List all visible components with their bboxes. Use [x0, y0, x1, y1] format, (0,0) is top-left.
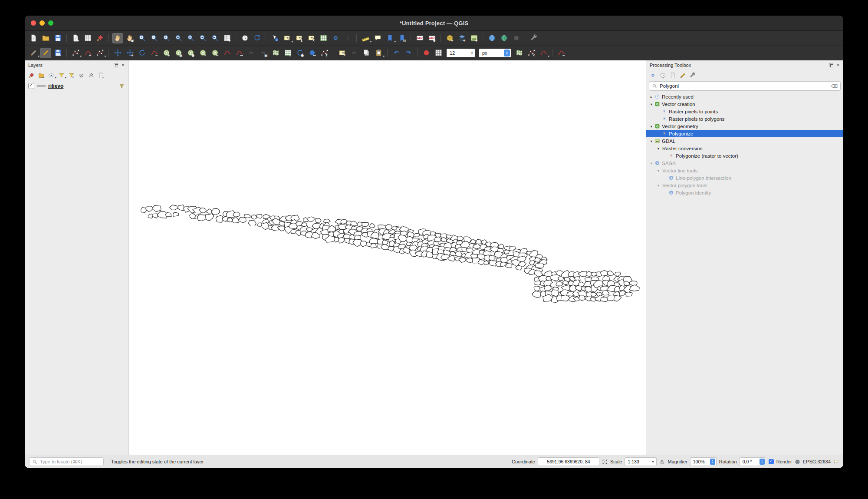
open-layer-styling-panel-button[interactable]: [27, 71, 36, 79]
processing-history-button[interactable]: [658, 71, 667, 79]
current-edits-button[interactable]: ▾: [28, 48, 39, 58]
zoom-last-button[interactable]: ◀: [197, 33, 208, 43]
layer-item-rilievo[interactable]: rilievo: [25, 82, 128, 90]
expander-icon[interactable]: ▾: [649, 161, 654, 165]
coordinate-input[interactable]: 5691,96 6369620, 84: [538, 457, 599, 466]
vertex-tool-button[interactable]: ▾: [94, 48, 105, 58]
expander-icon[interactable]: ▾: [649, 139, 654, 143]
style-manager-button[interactable]: [94, 33, 105, 43]
scale-combo[interactable]: 1:133 ▾: [625, 457, 657, 466]
paste-features-button[interactable]: ▾: [373, 48, 384, 58]
undo-button[interactable]: ↶: [391, 48, 402, 58]
tree-item-vector-creation[interactable]: ▾QVector creation: [646, 100, 843, 108]
tree-item-recently-used[interactable]: ▸Recently used: [646, 93, 843, 100]
delete-part-button[interactable]: −: [209, 48, 220, 58]
tree-item-vector-line-tools[interactable]: ▾Vector line tools: [646, 167, 843, 174]
measure-button[interactable]: ▾: [360, 33, 371, 43]
close-panel-icon[interactable]: ✕: [836, 63, 840, 67]
results-viewer-button[interactable]: [668, 71, 677, 79]
topological-editing-button[interactable]: [513, 48, 525, 58]
metasearch-button[interactable]: [486, 33, 497, 43]
tree-item-polygonize[interactable]: ✳Polygonize: [646, 130, 843, 137]
crs-label[interactable]: EPSG:32634: [803, 459, 831, 464]
stepper-icon[interactable]: ▲▼: [469, 49, 475, 57]
save-layer-edits-button[interactable]: ✎: [52, 48, 63, 58]
tree-item-vector-polygon-tools[interactable]: ▾Vector polygon tools: [646, 182, 843, 189]
zoom-out-button[interactable]: −: [148, 33, 160, 43]
merge-attributes-button[interactable]: ↓: [282, 48, 293, 58]
delete-ring-button[interactable]: ✕: [197, 48, 208, 58]
split-parts-button[interactable]: ✂▣: [258, 48, 269, 58]
expander-icon[interactable]: ▾: [656, 183, 661, 188]
chevron-down-icon[interactable]: ▾: [652, 460, 654, 464]
pan-to-selection-button[interactable]: ▣: [124, 33, 135, 43]
expander-icon[interactable]: ▾: [649, 102, 654, 106]
expand-all-button[interactable]: [77, 71, 85, 79]
expander-icon[interactable]: ▾: [656, 169, 661, 173]
snapping-on-intersection-button[interactable]: ✕: [526, 48, 537, 58]
digitize-with-segment-button[interactable]: ▾: [70, 48, 81, 58]
deselect-features-button[interactable]: ✕: [306, 33, 317, 43]
messages-log-icon[interactable]: [833, 459, 839, 465]
map-canvas[interactable]: [128, 60, 646, 455]
edit-features-in-place-button[interactable]: [678, 71, 687, 79]
save-project-button[interactable]: [52, 33, 63, 43]
layer-labeling-options-button[interactable]: abc: [414, 33, 425, 43]
trim-extend-button[interactable]: T: [319, 48, 330, 58]
rotation-spinner[interactable]: 0,0 ° ▲▼: [740, 457, 766, 466]
titlebar[interactable]: *Untitled Project — QGIS: [25, 16, 843, 31]
simplify-feature-button[interactable]: ≈: [148, 48, 160, 58]
enable-snapping-button[interactable]: [421, 48, 432, 58]
add-line-feature-button[interactable]: +: [82, 48, 93, 58]
add-raster-layer-button[interactable]: +: [468, 33, 480, 43]
tree-item-polygonize-raster-to-vector-[interactable]: ✳Polygonize (raster to vector): [646, 152, 843, 159]
undock-panel-icon[interactable]: [829, 63, 833, 67]
add-ring-button[interactable]: +: [161, 48, 172, 58]
collapse-all-button[interactable]: [87, 71, 95, 79]
copy-features-button[interactable]: [361, 48, 372, 58]
digitize-with-curve-button[interactable]: ~: [556, 48, 567, 58]
extents-toggle-icon[interactable]: [602, 459, 608, 465]
refresh-map-button[interactable]: [251, 33, 263, 43]
close-window-button[interactable]: [31, 20, 36, 26]
zoom-window-button[interactable]: [48, 20, 53, 26]
model-designer-button[interactable]: ⚙: [648, 71, 657, 79]
clear-search-icon[interactable]: ⌫: [831, 83, 838, 89]
render-checkbox[interactable]: [769, 459, 774, 464]
stepper-icon[interactable]: ▲▼: [710, 459, 715, 465]
offset-curve-button[interactable]: ↔: [233, 48, 245, 58]
select-features-button[interactable]: ▾: [281, 33, 293, 43]
new-geopackage-layer-button[interactable]: +: [444, 33, 455, 43]
new-print-layout-button[interactable]: +: [70, 33, 81, 43]
expander-icon[interactable]: ▾: [656, 146, 661, 151]
plugin-manager-button[interactable]: [528, 33, 539, 43]
split-features-button[interactable]: ✂: [246, 48, 257, 58]
web-services-button[interactable]: [498, 33, 510, 43]
zoom-to-layer-button[interactable]: ▤: [185, 33, 196, 43]
delete-selected-button[interactable]: ✕: [336, 48, 348, 58]
statistical-summary-button[interactable]: Σ: [342, 33, 353, 43]
snapping-tolerance-spinner[interactable]: 12▲▼: [446, 48, 475, 58]
combo-arrows-icon[interactable]: ▲▼: [504, 50, 510, 56]
remove-layer-group-button[interactable]: −: [97, 71, 105, 79]
open-project-button[interactable]: [40, 33, 51, 43]
reshape-features-button[interactable]: [221, 48, 233, 58]
offset-point-symbol-button[interactable]: ↔: [306, 48, 318, 58]
temporal-controller-button[interactable]: [239, 33, 250, 43]
layout-manager-button[interactable]: [82, 33, 93, 43]
osm-place-search-button[interactable]: [510, 33, 522, 43]
filter-legend-by-expression-button[interactable]: ε: [67, 71, 76, 79]
layer-visibility-checkbox[interactable]: [28, 83, 34, 89]
magnifier-spinner[interactable]: 100% ▲▼: [690, 457, 717, 466]
tree-item-vector-geometry[interactable]: ▾QVector geometry: [646, 122, 843, 130]
zoom-next-button[interactable]: ▶: [209, 33, 220, 43]
tree-item-raster-pixels-to-points[interactable]: ✳Raster pixels to points: [646, 108, 843, 115]
snapping-units-combo[interactable]: px▲▼: [479, 48, 511, 58]
rotate-point-symbols-button[interactable]: ●: [294, 48, 306, 58]
fill-ring-button[interactable]: ●: [185, 48, 196, 58]
processing-toolbox-button[interactable]: ⚙: [330, 33, 341, 43]
open-attribute-table-button[interactable]: [318, 33, 329, 43]
zoom-full-extent-button[interactable]: ✦: [161, 33, 172, 43]
cut-features-button[interactable]: ✂: [349, 48, 360, 58]
move-feature-button[interactable]: [112, 48, 123, 58]
